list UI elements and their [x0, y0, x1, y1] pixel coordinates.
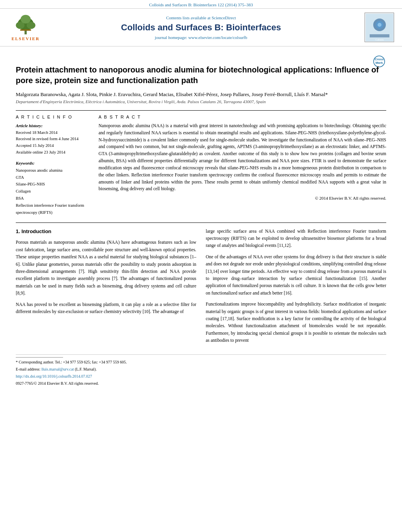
intro-para-3: large specific surface area of NAA combi…	[206, 228, 386, 249]
keyword-6: Reflection interference Fourier transfor…	[16, 202, 91, 216]
abstract-column: A B S T R A C T Nanoporous anodic alumin…	[99, 115, 386, 216]
history-title: Article history:	[16, 122, 91, 130]
svg-point-10	[378, 23, 382, 27]
journal-reference-bar: Colloids and Surfaces B: Biointerfaces 1…	[0, 0, 402, 9]
email-label: E-mail address:	[16, 367, 40, 371]
article-info-heading: A R T I C L E I N F O	[16, 115, 91, 119]
keyword-2: GTA	[16, 174, 91, 181]
body-left-column: 1. Introduction Porous materials as nano…	[16, 228, 196, 348]
keywords-title: Keywords:	[16, 161, 91, 165]
svg-text:⚕: ⚕	[17, 18, 18, 22]
body-section: 1. Introduction Porous materials as nano…	[16, 222, 386, 348]
svg-rect-5	[20, 29, 31, 31]
svg-text:Colloids: Colloids	[375, 39, 383, 41]
svg-rect-11	[370, 34, 389, 37]
affiliation-line: Departament d'Enginyeria Electrònica, El…	[16, 99, 386, 104]
keywords-section: Keywords: Nanoporous anodic alumina GTA …	[16, 161, 91, 216]
header-divider	[16, 110, 386, 111]
keyword-3: Silane-PEG-NHS	[16, 181, 91, 188]
email-person: (L.F. Marsal).	[75, 367, 97, 371]
copyright-line: © 2014 Elsevier B.V. All rights reserved…	[99, 196, 386, 200]
journal-reference: Colloids and Surfaces B: Biointerfaces 1…	[149, 2, 253, 7]
article-title: Protein attachment to nanoporous anodic …	[16, 65, 386, 86]
elsevier-logo: ⚕ ELSEVIER	[8, 14, 43, 41]
abstract-heading: A B S T R A C T	[99, 115, 386, 119]
email-line: E-mail address: lluis.marsal@urv.cat (L.…	[16, 366, 386, 373]
journal-title: Colloids and Surfaces B: Biointerfaces	[43, 22, 359, 33]
journal-homepage: journal homepage: www.elsevier.com/locat…	[43, 35, 359, 40]
elsevier-brand-text: ELSEVIER	[11, 36, 40, 41]
sciencedirect-availability: Contents lists available at ScienceDirec…	[43, 15, 359, 20]
email-link[interactable]: lluis.marsal@urv.cat	[41, 367, 74, 371]
intro-para-4: One of the advantages of NAA over other …	[206, 253, 386, 297]
intro-heading: 1. Introduction	[16, 228, 196, 236]
body-right-column: large specific surface area of NAA combi…	[206, 228, 386, 348]
info-abstract-section: A R T I C L E I N F O Article history: R…	[16, 115, 386, 216]
intro-para-5: Functionalizations improve biocompabilit…	[206, 300, 386, 344]
corresponding-author-note: * Corresponding author. Tel.: +34 977 55…	[16, 359, 386, 365]
intro-para-1: Porous materials as nanoporous anodic al…	[16, 239, 196, 297]
intro-para-2: NAA has proved to be excellent as biosen…	[16, 301, 196, 315]
body-two-columns: 1. Introduction Porous materials as nano…	[16, 228, 386, 348]
issn-line: 0927-7765/© 2014 Elsevier B.V. All right…	[16, 380, 386, 387]
journal-cover-image: Colloids	[365, 13, 394, 42]
article-info-column: A R T I C L E I N F O Article history: R…	[16, 115, 91, 216]
abstract-text: Nanoporous anodic alumina (NAA) is a mat…	[99, 122, 386, 193]
accepted-date: Accepted 15 July 2014	[16, 143, 91, 149]
homepage-link[interactable]: www.elsevier.com/locate/colsurfb	[188, 35, 248, 40]
keyword-1: Nanoporous anodic alumina	[16, 167, 91, 174]
sciencedirect-link-text[interactable]: ScienceDirect	[212, 15, 236, 20]
keyword-5: BSA	[16, 195, 91, 202]
doi-line: http://dx.doi.org/10.1016/j.colsurfb.201…	[16, 373, 386, 380]
svg-point-4	[20, 15, 31, 24]
authors-line: Malgorzata Baranowska, Agata J. Slota, P…	[16, 91, 386, 98]
article-container: Cross Mark Protein attachment to nanopor…	[0, 46, 402, 391]
footnote-section: * Corresponding author. Tel.: +34 977 55…	[16, 354, 386, 387]
keywords-list: Nanoporous anodic alumina GTA Silane-PEG…	[16, 167, 91, 216]
journal-logo-right: Colloids	[359, 13, 394, 42]
elsevier-tree-icon: ⚕	[12, 14, 39, 35]
keyword-4: Collagen	[16, 188, 91, 195]
footnote-star-divider	[16, 357, 386, 358]
article-history: Article history: Received 18 March 2014 …	[16, 122, 91, 156]
received-date: Received 18 March 2014	[16, 130, 91, 136]
available-date: Available online 23 July 2014	[16, 149, 91, 156]
svg-text:Cross: Cross	[375, 57, 384, 61]
journal-info-center: Contents lists available at ScienceDirec…	[43, 15, 359, 40]
revised-date: Received in revised form 4 June 2014	[16, 136, 91, 143]
journal-header: ⚕ ELSEVIER Contents lists available at S…	[0, 9, 402, 46]
doi-link[interactable]: http://dx.doi.org/10.1016/j.colsurfb.201…	[16, 374, 92, 378]
svg-text:Mark: Mark	[376, 61, 383, 65]
